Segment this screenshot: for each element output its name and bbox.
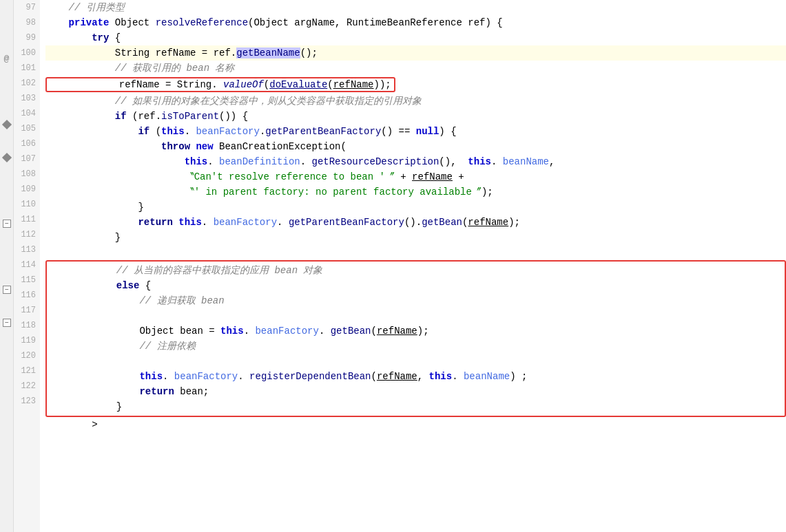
code-line-123: } (47, 399, 785, 414)
code-line-100: String refName = ref.getBeanName(); (45, 45, 786, 61)
code-line-115: else { (47, 278, 785, 293)
code-line-117 (47, 308, 785, 323)
code-line-107: this. beanDefinition. getResourceDescrip… (45, 154, 786, 169)
code-line-104: if (ref.isToParent()) { (45, 109, 786, 124)
code-line-112: } (45, 230, 786, 245)
code-line-109: 〝' in parent factory: no parent factory … (45, 184, 786, 200)
code-line-106: throw new BeanCreationException( (45, 139, 786, 154)
code-line-105: if (this. beanFactory.getParentBeanFacto… (45, 124, 786, 139)
left-sidebar: @ − − − (0, 0, 14, 532)
code-line-119: // 注册依赖 (47, 339, 785, 354)
diamond-marker-2 (1, 153, 11, 162)
code-line-121: this. beanFactory. registerDependentBean… (47, 369, 785, 384)
code-line-116: // 递归获取 bean (47, 293, 785, 308)
code-line-after: > (45, 417, 786, 432)
collapse-button-1[interactable]: − (3, 220, 11, 228)
code-line-120 (47, 354, 785, 369)
red-box-large: // 从当前的容器中获取指定的应用 bean 对象 else { // 递归获取… (45, 260, 786, 417)
code-line-97: // 引用类型 (45, 0, 786, 15)
red-box-inline: refName = String. valueOf(doEvaluate(ref… (45, 77, 395, 92)
code-line-114: // 从当前的容器中获取指定的应用 bean 对象 (47, 263, 785, 278)
code-line-111: return this. beanFactory. getParentBeanF… (45, 215, 786, 230)
code-line-102-wrapper: refName = String. valueOf(doEvaluate(ref… (45, 76, 786, 94)
code-line-98: private Object resolveReference(Object a… (45, 15, 786, 30)
code-line-101: // 获取引用的 bean 名称 (45, 61, 786, 76)
diamond-marker-1 (1, 120, 11, 129)
editor-container: @ − − − (0, 0, 786, 532)
code-content: // 引用类型 private Object resolveReference(… (40, 0, 786, 532)
code-line-122: return bean; (47, 384, 785, 399)
collapse-button-3[interactable]: − (3, 319, 11, 327)
at-marker: @ (4, 54, 10, 64)
code-line-110: } (45, 200, 786, 215)
code-line-113 (45, 245, 786, 260)
line-numbers: 97 98 99 100 101 102 103 104 105 106 107… (14, 0, 40, 532)
code-line-99: try { (45, 30, 786, 45)
code-line-108: 〝Can't resolve reference to bean '〞 + re… (45, 169, 786, 184)
code-line-103: // 如果引用的对象在父类容器中，则从父类容器中获取指定的引用对象 (45, 94, 786, 109)
collapse-button-2[interactable]: − (3, 286, 11, 294)
code-line-118: Object bean = this. beanFactory. getBean… (47, 323, 785, 339)
